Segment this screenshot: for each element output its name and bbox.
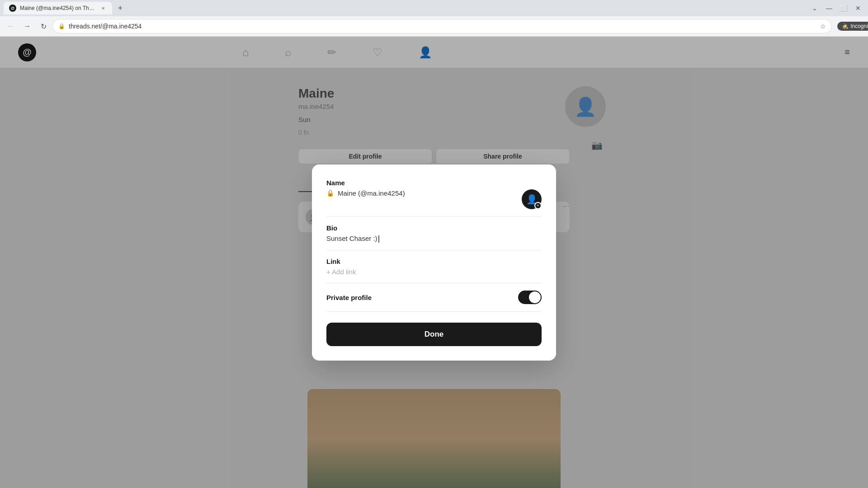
forward-button[interactable]: → bbox=[20, 19, 34, 33]
text-cursor bbox=[378, 235, 379, 243]
tab-title: Maine (@ma.ine4254) on Threa... bbox=[20, 5, 96, 11]
close-window-button[interactable]: ✕ bbox=[852, 2, 864, 14]
bookmark-button[interactable]: ☆ bbox=[820, 23, 826, 30]
profile-button[interactable]: 🕵 Incognito bbox=[850, 19, 864, 33]
change-photo-button[interactable]: 👤 + bbox=[522, 189, 542, 209]
tab-close-button[interactable]: ✕ bbox=[99, 5, 107, 12]
url-text: threads.net/@ma.ine4254 bbox=[69, 23, 816, 30]
incognito-label: Incognito bbox=[850, 23, 868, 29]
tab-list-button[interactable]: ⌄ bbox=[808, 2, 821, 14]
address-bar[interactable]: 🔒 threads.net/@ma.ine4254 ☆ bbox=[52, 19, 832, 33]
incognito-badge: 🕵 Incognito bbox=[837, 22, 868, 31]
plus-badge-icon: + bbox=[534, 202, 542, 209]
browser-chrome: @ Maine (@ma.ine4254) on Threa... ✕ + ⌄ … bbox=[0, 0, 868, 37]
bio-field: Bio Sunset Chaser :) bbox=[326, 224, 542, 250]
browser-toolbar: ← → ↻ 🔒 threads.net/@ma.ine4254 ☆ ⬜ 🕵 In… bbox=[0, 16, 868, 36]
bio-value: Sunset Chaser :) bbox=[326, 235, 542, 243]
name-label: Name bbox=[326, 179, 542, 187]
private-profile-toggle[interactable] bbox=[518, 291, 542, 304]
link-field-row[interactable]: + Add link bbox=[326, 268, 542, 283]
reload-button[interactable]: ↻ bbox=[36, 19, 51, 33]
tab-favicon: @ bbox=[9, 5, 16, 12]
done-button[interactable]: Done bbox=[326, 323, 542, 346]
active-tab[interactable]: @ Maine (@ma.ine4254) on Threa... ✕ bbox=[4, 2, 112, 14]
incognito-icon: 🕵 bbox=[842, 23, 849, 29]
maximize-button[interactable]: ⬜ bbox=[837, 2, 850, 14]
private-profile-row: Private profile bbox=[326, 291, 542, 312]
link-field: Link + Add link bbox=[326, 258, 542, 283]
page-background: @ ⌂ ⌕ ✏ ♡ 👤 ≡ Maine ma.ine4254 Sun 0 fo … bbox=[0, 37, 868, 488]
bio-label: Bio bbox=[326, 224, 542, 232]
minimize-button[interactable]: — bbox=[823, 2, 835, 14]
private-profile-label: Private profile bbox=[326, 294, 372, 301]
bio-field-row[interactable]: Sunset Chaser :) bbox=[326, 235, 542, 250]
modal-overlay[interactable]: Name 🔒 Maine (@ma.ine4254) 👤 + Bio bbox=[0, 37, 868, 488]
name-field-row: 🔒 Maine (@ma.ine4254) 👤 + bbox=[326, 189, 542, 217]
toolbar-right: ⬜ 🕵 Incognito bbox=[834, 19, 864, 33]
name-value: Maine (@ma.ine4254) bbox=[338, 189, 522, 197]
edit-profile-modal: Name 🔒 Maine (@ma.ine4254) 👤 + Bio bbox=[312, 164, 556, 361]
window-controls: ⌄ — ⬜ ✕ bbox=[808, 2, 864, 14]
tab-bar: @ Maine (@ma.ine4254) on Threa... ✕ + ⌄ … bbox=[0, 0, 868, 16]
lock-field-icon: 🔒 bbox=[326, 189, 334, 197]
name-content: 🔒 Maine (@ma.ine4254) bbox=[326, 189, 522, 197]
lock-icon: 🔒 bbox=[58, 23, 65, 29]
link-placeholder: + Add link bbox=[326, 268, 542, 276]
link-label: Link bbox=[326, 258, 542, 265]
back-button[interactable]: ← bbox=[4, 19, 18, 33]
new-tab-button[interactable]: + bbox=[114, 2, 127, 14]
name-field: Name 🔒 Maine (@ma.ine4254) 👤 + bbox=[326, 179, 542, 217]
